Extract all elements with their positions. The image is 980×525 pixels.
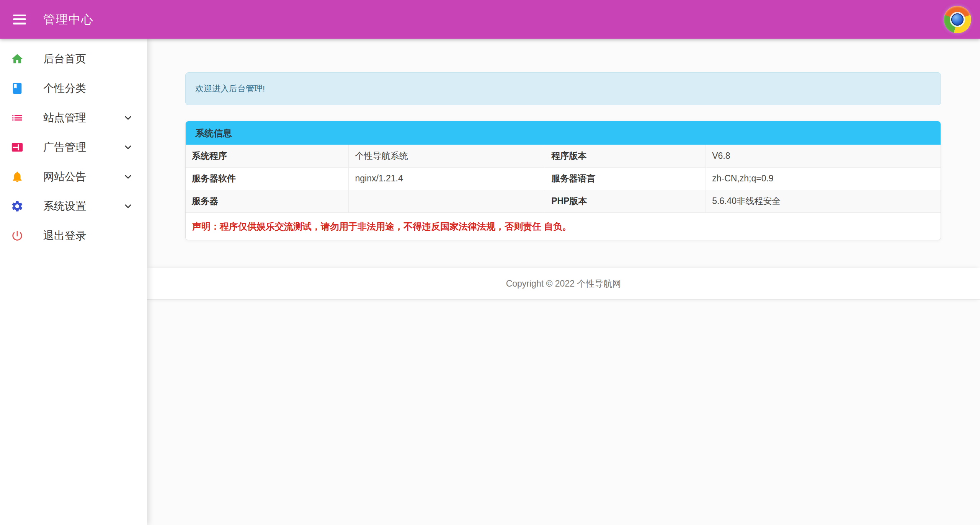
welcome-alert: 欢迎进入后台管理!	[185, 72, 941, 105]
sidebar-item-label: 后台首页	[43, 52, 86, 66]
sidebar-item-ads[interactable]: 广告管理	[0, 132, 147, 162]
topbar: 管理中心	[0, 0, 980, 39]
footer: Copyright © 2022 个性导航网	[147, 268, 980, 300]
sidebar-item-label: 退出登录	[43, 228, 86, 243]
info-label-cell: 程序版本	[545, 145, 706, 167]
chevron-down-icon	[123, 142, 133, 152]
hamburger-bar	[13, 15, 26, 16]
info-label-cell: 系统程序	[186, 145, 349, 167]
list-icon	[11, 111, 24, 124]
sidebar-item-categories[interactable]: 个性分类	[0, 73, 147, 103]
info-value-cell: zh-CN,zh;q=0.9	[706, 167, 941, 190]
chevron-down-icon	[123, 171, 133, 182]
info-value-cell	[349, 190, 545, 212]
hamburger-bar	[13, 23, 26, 24]
sidebar-item-label: 广告管理	[43, 140, 86, 155]
info-label-cell: PHP版本	[545, 190, 706, 212]
panel-title: 系统信息	[186, 121, 941, 145]
hamburger-menu-icon[interactable]	[13, 15, 26, 24]
chrome-logo-icon	[944, 6, 971, 33]
info-label-cell: 服务器语言	[545, 167, 706, 190]
sidebar-item-settings[interactable]: 系统设置	[0, 191, 147, 221]
info-value-cell: nginx/1.21.4	[349, 167, 545, 190]
sidebar-item-sites[interactable]: 站点管理	[0, 103, 147, 132]
sidebar-item-label: 站点管理	[43, 111, 86, 125]
sidebar-item-announcements[interactable]: 网站公告	[0, 162, 147, 191]
ad-icon	[11, 141, 24, 154]
home-icon	[11, 52, 24, 65]
copyright-text: Copyright © 2022 个性导航网	[506, 278, 621, 290]
sidebar-item-label: 个性分类	[43, 81, 86, 96]
system-info-panel: 系统信息 系统程序 个性导航系统 程序版本 V6.8 服务器软件 nginx/1…	[185, 121, 941, 240]
disclaimer-text: 声明：程序仅供娱乐交流测试，请勿用于非法用途，不得违反国家法律法规，否则责任 自…	[186, 212, 941, 240]
info-value-cell: 5.6.40非线程安全	[706, 190, 941, 212]
table-row: 服务器 PHP版本 5.6.40非线程安全	[186, 190, 941, 212]
gear-icon	[11, 200, 24, 213]
table-row: 服务器软件 nginx/1.21.4 服务器语言 zh-CN,zh;q=0.9	[186, 167, 941, 190]
bell-icon	[11, 170, 24, 183]
info-label-cell: 服务器软件	[186, 167, 349, 190]
chevron-down-icon	[123, 201, 133, 211]
info-label-cell: 服务器	[186, 190, 349, 212]
book-icon	[11, 82, 24, 95]
info-value-cell: V6.8	[706, 145, 941, 167]
page-title: 管理中心	[43, 11, 94, 28]
info-value-cell: 个性导航系统	[349, 145, 545, 167]
power-icon	[11, 229, 24, 242]
chrome-logo-core	[951, 13, 964, 26]
table-row: 系统程序 个性导航系统 程序版本 V6.8	[186, 145, 941, 167]
sidebar-item-label: 网站公告	[43, 170, 86, 184]
sidebar-item-logout[interactable]: 退出登录	[0, 221, 147, 250]
sidebar: 后台首页 个性分类 站点管理 广告管理	[0, 39, 147, 525]
hamburger-bar	[13, 18, 26, 20]
system-info-table: 系统程序 个性导航系统 程序版本 V6.8 服务器软件 nginx/1.21.4…	[186, 145, 941, 212]
sidebar-item-label: 系统设置	[43, 199, 86, 214]
chevron-down-icon	[123, 112, 133, 123]
sidebar-item-dashboard[interactable]: 后台首页	[0, 44, 147, 73]
